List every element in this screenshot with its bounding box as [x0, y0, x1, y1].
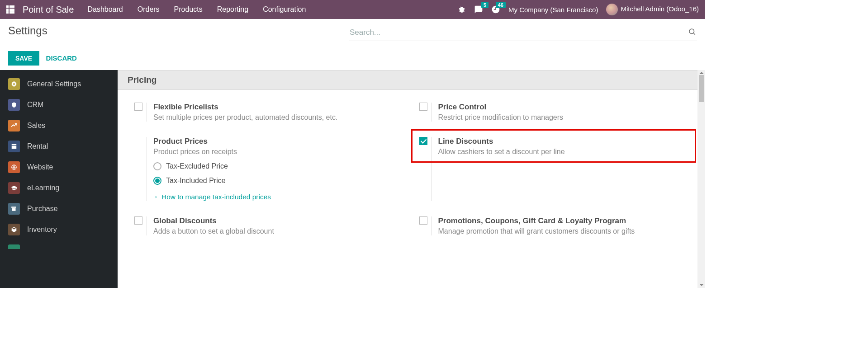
app-brand[interactable]: Point of Sale — [23, 5, 74, 15]
radio-icon — [153, 162, 161, 170]
save-button[interactable]: SAVE — [8, 51, 39, 66]
discard-button[interactable]: DISCARD — [46, 54, 77, 62]
setting-title: Flexible Pricelists — [153, 103, 407, 112]
nav-links: Dashboard Orders Products Reporting Conf… — [87, 5, 306, 14]
globe-icon — [8, 161, 20, 173]
page-title: Settings — [8, 24, 47, 37]
setting-price-control: Price Control Restrict price modificatio… — [432, 103, 692, 122]
search-wrap — [349, 24, 697, 41]
radio-icon — [153, 177, 161, 185]
setting-line-discounts: Line Discounts Allow cashiers to set a d… — [432, 137, 692, 201]
user-menu[interactable]: Mitchell Admin (Odoo_16) — [606, 4, 699, 15]
scroll-up-icon[interactable] — [699, 72, 704, 74]
setting-title: Promotions, Coupons, Gift Card & Loyalty… — [438, 216, 692, 225]
setting-title: Line Discounts — [438, 137, 692, 146]
setting-title: Product Prices — [153, 137, 407, 146]
sidebar-item-label: Rental — [27, 142, 48, 150]
key-icon — [8, 141, 20, 152]
setting-desc: Restrict price modification to managers — [438, 113, 692, 122]
box-icon — [8, 224, 20, 235]
setting-global-discounts: Global Discounts Adds a button to set a … — [147, 216, 407, 235]
radio-label: Tax-Excluded Price — [166, 162, 228, 170]
radio-tax-included[interactable]: Tax-Included Price — [153, 177, 407, 185]
nav-orders[interactable]: Orders — [138, 5, 160, 14]
sidebar-item-general-settings[interactable]: General Settings — [0, 74, 118, 94]
setting-product-prices: Product Prices Product prices on receipt… — [147, 137, 407, 201]
sidebar-item-inventory[interactable]: Inventory — [0, 219, 118, 240]
apps-icon[interactable] — [6, 5, 14, 14]
avatar-icon — [606, 4, 618, 15]
settings-grid: Flexible Pricelists Set multiple prices … — [118, 90, 705, 240]
cart-icon — [8, 203, 20, 215]
section-pricing-header: Pricing — [118, 70, 705, 90]
setting-flexible-pricelists: Flexible Pricelists Set multiple prices … — [147, 103, 407, 122]
scroll-down-icon[interactable] — [699, 284, 704, 286]
checkbox-flexible-pricelists[interactable] — [134, 103, 142, 111]
sidebar-item-elearning[interactable]: eLearning — [0, 178, 118, 198]
sidebar-item-label: General Settings — [27, 80, 81, 88]
search-input[interactable] — [350, 26, 688, 39]
setting-promotions: Promotions, Coupons, Gift Card & Loyalty… — [432, 216, 692, 235]
activities-icon[interactable]: 46 — [491, 5, 500, 14]
sidebar-item-rental[interactable]: Rental — [0, 136, 118, 157]
sidebar-item-cut[interactable] — [0, 240, 118, 249]
scroll-thumb[interactable] — [699, 75, 704, 102]
radio-label: Tax-Included Price — [166, 177, 226, 185]
settings-sidebar: General Settings CRM Sales Rental Websit… — [0, 70, 118, 288]
user-name: Mitchell Admin (Odoo_16) — [621, 5, 699, 13]
link-tax-included-help[interactable]: How to manage tax-included prices — [153, 193, 407, 201]
checkbox-promotions[interactable] — [419, 216, 427, 225]
sidebar-item-label: CRM — [27, 101, 43, 109]
sidebar-item-label: eLearning — [27, 184, 59, 192]
sidebar-item-website[interactable]: Website — [0, 157, 118, 178]
sidebar-item-purchase[interactable]: Purchase — [0, 198, 118, 219]
link-label: How to manage tax-included prices — [161, 193, 271, 201]
nav-configuration[interactable]: Configuration — [263, 5, 306, 14]
setting-desc: Manage promotion that will grant custome… — [438, 227, 692, 235]
setting-desc: Product prices on receipts — [153, 148, 407, 156]
activities-badge: 46 — [496, 2, 506, 8]
setting-title: Price Control — [438, 103, 692, 112]
debug-icon[interactable] — [458, 5, 466, 14]
company-selector[interactable]: My Company (San Francisco) — [508, 6, 598, 14]
setting-desc: Set multiple prices per product, automat… — [153, 113, 407, 122]
nav-products[interactable]: Products — [174, 5, 203, 14]
sidebar-item-crm[interactable]: CRM — [0, 94, 118, 115]
settings-main: Pricing Flexible Pricelists Set multiple… — [118, 70, 705, 288]
sidebar-item-label: Inventory — [27, 225, 57, 234]
gear-icon — [8, 78, 20, 90]
setting-title: Global Discounts — [153, 216, 407, 225]
nav-right: 5 46 My Company (San Francisco) Mitchell… — [458, 4, 699, 15]
body: General Settings CRM Sales Rental Websit… — [0, 70, 705, 288]
svg-point-0 — [689, 29, 694, 34]
setting-desc: Adds a button to set a global discount — [153, 227, 407, 235]
module-icon — [8, 244, 20, 249]
top-navbar: Point of Sale Dashboard Orders Products … — [0, 0, 705, 19]
nav-reporting[interactable]: Reporting — [217, 5, 248, 14]
radio-tax-excluded[interactable]: Tax-Excluded Price — [153, 162, 407, 170]
arrow-right-icon — [153, 194, 159, 200]
search-icon[interactable] — [688, 28, 696, 38]
messages-icon[interactable]: 5 — [474, 5, 483, 14]
handshake-icon — [8, 99, 20, 111]
graduation-icon — [8, 182, 20, 194]
svg-line-1 — [693, 33, 695, 34]
checkbox-price-control[interactable] — [419, 103, 427, 111]
scrollbar[interactable] — [697, 70, 705, 288]
setting-desc: Allow cashiers to set a discount per lin… — [438, 148, 692, 156]
control-panel: Settings SAVE DISCARD — [0, 19, 705, 66]
checkbox-global-discounts[interactable] — [134, 216, 142, 225]
sidebar-item-sales[interactable]: Sales — [0, 115, 118, 136]
sidebar-item-label: Sales — [27, 122, 45, 130]
sidebar-item-label: Purchase — [27, 205, 58, 213]
chart-icon — [8, 120, 20, 132]
sidebar-item-label: Website — [27, 163, 53, 171]
messages-badge: 5 — [481, 2, 489, 8]
checkbox-line-discounts[interactable] — [419, 137, 427, 145]
nav-dashboard[interactable]: Dashboard — [87, 5, 123, 14]
